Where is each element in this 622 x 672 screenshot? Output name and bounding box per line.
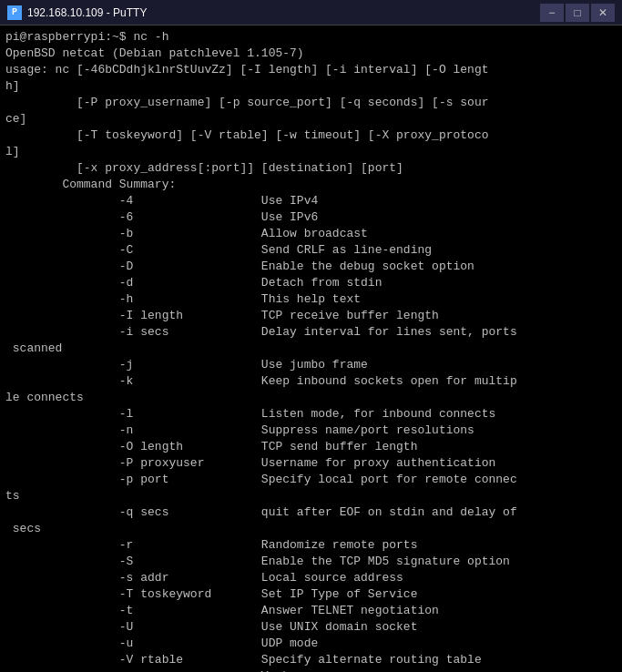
terminal-line: Command Summary: bbox=[5, 177, 617, 193]
title-bar-left: P 192.168.10.109 - PuTTY bbox=[7, 5, 147, 20]
putty-icon: P bbox=[7, 5, 22, 20]
terminal-line: -i secs Delay interval for lines sent, p… bbox=[5, 324, 617, 341]
terminal-line: -S Enable the TCP MD5 signature option bbox=[5, 554, 617, 570]
terminal-line: [-P proxy_username] [-p source_port] [-q… bbox=[5, 95, 617, 111]
terminal-line: -C Send CRLF as line-ending bbox=[5, 242, 617, 259]
terminal-line: -v Verbose bbox=[5, 668, 617, 672]
terminal-line: -u UDP mode bbox=[5, 636, 617, 652]
terminal-line: -q secs quit after EOF on stdin and dela… bbox=[5, 504, 617, 521]
terminal-line: -O length TCP send buffer length bbox=[5, 439, 617, 455]
terminal-line: secs bbox=[5, 521, 617, 537]
window-controls[interactable]: − □ ✕ bbox=[540, 4, 615, 22]
terminal-line: -d Detach from stdin bbox=[5, 275, 617, 291]
terminal-line: -6 Use IPv6 bbox=[5, 209, 617, 226]
terminal-line: -U Use UNIX domain socket bbox=[5, 619, 617, 636]
terminal-line: pi@raspberrypi:~$ nc -h bbox=[5, 29, 617, 46]
terminal-line: [-x proxy_address[:port]] [destination] … bbox=[5, 160, 617, 177]
terminal-line: -V rtable Specify alternate routing tabl… bbox=[5, 652, 617, 668]
terminal-line: -p port Specify local port for remote co… bbox=[5, 472, 617, 488]
maximize-button[interactable]: □ bbox=[566, 4, 589, 22]
terminal-line: le connects bbox=[5, 390, 617, 406]
terminal-line: -k Keep inbound sockets open for multip bbox=[5, 373, 617, 390]
terminal-line: ce] bbox=[5, 111, 617, 127]
terminal-line: -b Allow broadcast bbox=[5, 226, 617, 242]
terminal-line: OpenBSD netcat (Debian patchlevel 1.105-… bbox=[5, 46, 617, 62]
terminal-line: -s addr Local source address bbox=[5, 570, 617, 586]
terminal-line: -P proxyuser Username for proxy authenti… bbox=[5, 455, 617, 472]
terminal-line: -I length TCP receive buffer length bbox=[5, 308, 617, 324]
terminal-line: -T toskeyword Set IP Type of Service bbox=[5, 586, 617, 603]
terminal-line: -j Use jumbo frame bbox=[5, 357, 617, 373]
terminal-line: [-T toskeyword] [-V rtable] [-w timeout]… bbox=[5, 127, 617, 144]
minimize-button[interactable]: − bbox=[540, 4, 564, 22]
terminal-line: -4 Use IPv4 bbox=[5, 193, 617, 209]
terminal-line: -h This help text bbox=[5, 291, 617, 308]
terminal-line: h] bbox=[5, 78, 617, 95]
terminal-line: -r Randomize remote ports bbox=[5, 537, 617, 554]
window-title: 192.168.10.109 - PuTTY bbox=[27, 6, 147, 19]
terminal-line: -l Listen mode, for inbound connects bbox=[5, 406, 617, 423]
terminal-line: -n Suppress name/port resolutions bbox=[5, 423, 617, 439]
terminal-line: l] bbox=[5, 144, 617, 160]
terminal-line: -D Enable the debug socket option bbox=[5, 259, 617, 275]
terminal-output: pi@raspberrypi:~$ nc -hOpenBSD netcat (D… bbox=[0, 25, 622, 672]
title-bar[interactable]: P 192.168.10.109 - PuTTY − □ ✕ bbox=[0, 0, 622, 25]
terminal-line: ts bbox=[5, 488, 617, 504]
close-button[interactable]: ✕ bbox=[591, 4, 615, 22]
terminal-line: usage: nc [-46bCDdhjklnrStUuvZz] [-I len… bbox=[5, 62, 617, 78]
terminal-line: scanned bbox=[5, 341, 617, 357]
terminal-line: -t Answer TELNET negotiation bbox=[5, 603, 617, 619]
